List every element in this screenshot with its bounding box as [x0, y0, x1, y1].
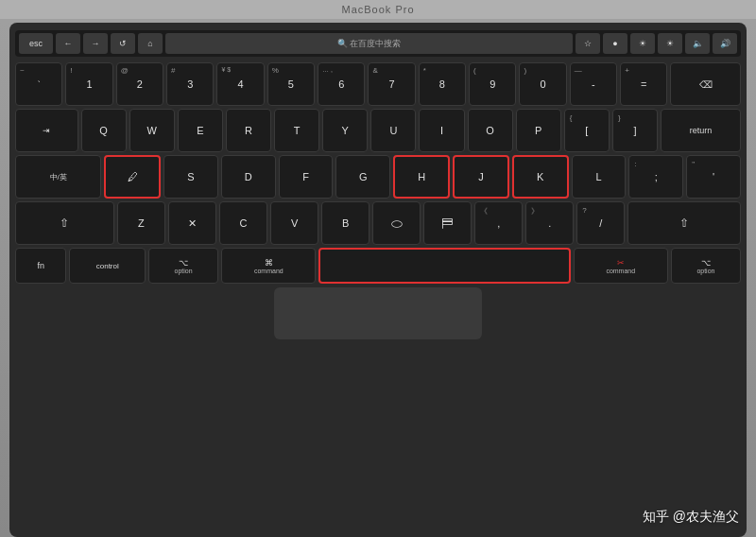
key-h[interactable]: H [393, 155, 450, 199]
key-0[interactable]: )0 [519, 62, 566, 106]
key-6[interactable]: … ,6 [318, 62, 365, 106]
key-b[interactable]: B [321, 201, 369, 245]
key-i[interactable]: I [419, 109, 464, 152]
key-option-left[interactable]: ⌥ option [148, 248, 218, 284]
tb-refresh[interactable]: ↺ [111, 33, 135, 54]
key-return[interactable]: return [661, 109, 741, 152]
key-3[interactable]: #3 [166, 62, 214, 106]
esc-key[interactable]: esc [19, 33, 53, 54]
key-p[interactable]: P [516, 109, 561, 152]
key-1[interactable]: !1 [65, 62, 112, 106]
key-comma[interactable]: 《, [474, 201, 523, 245]
trackpad[interactable] [274, 287, 482, 339]
key-q[interactable]: Q [81, 109, 127, 152]
key-x[interactable]: ✕ [168, 201, 216, 245]
key-4[interactable]: ¥ $4 [216, 62, 264, 106]
key-shift-right[interactable]: ⇧ [627, 201, 741, 245]
tb-back[interactable]: ← [56, 33, 80, 54]
key-c[interactable]: C [219, 201, 267, 245]
key-z[interactable]: Z [117, 201, 165, 245]
key-l[interactable]: L [572, 155, 627, 199]
key-m[interactable]: ⛿ [423, 201, 472, 245]
tb-vol-up[interactable]: 🔊 [713, 33, 737, 54]
key-space[interactable] [318, 248, 570, 284]
key-9[interactable]: (9 [469, 62, 516, 106]
tb-circle[interactable]: ● [603, 33, 627, 54]
key-d[interactable]: D [221, 155, 276, 199]
qwerty-row: ⇥ Q W E R T Y U I O P {[ }] return [15, 109, 741, 152]
key-n[interactable]: ⬭ [372, 201, 421, 245]
key-quote[interactable]: "' [686, 155, 741, 199]
key-tilde[interactable]: ~` [15, 62, 62, 106]
key-caps[interactable]: 中/英 [15, 155, 101, 199]
tb-home[interactable]: ⌂ [138, 33, 163, 54]
key-o[interactable]: O [468, 109, 513, 152]
key-u[interactable]: U [370, 109, 416, 152]
key-5[interactable]: %5 [267, 62, 315, 106]
key-k[interactable]: K [512, 155, 569, 199]
key-backspace[interactable]: ⌫ [670, 62, 741, 106]
key-tab[interactable]: ⇥ [15, 109, 78, 152]
key-r[interactable]: R [226, 109, 271, 152]
key-g[interactable]: G [335, 155, 390, 199]
key-8[interactable]: *8 [419, 62, 466, 106]
brand-label: MacBook Pro [341, 4, 414, 15]
key-slash[interactable]: ?/ [576, 201, 625, 245]
key-command-left[interactable]: ⌘ command [221, 248, 316, 284]
key-semicolon[interactable]: :; [628, 155, 683, 199]
bottom-row: fn control ⌥ option ⌘ command ✂ command … [15, 248, 741, 284]
key-w[interactable]: W [129, 109, 175, 152]
key-e[interactable]: E [178, 109, 223, 152]
key-shift-left[interactable]: ⇧ [15, 201, 114, 245]
tb-brightness2[interactable]: ☀ [658, 33, 682, 54]
key-lbracket[interactable]: {[ [564, 109, 610, 152]
key-period[interactable]: 》. [525, 201, 574, 245]
key-f[interactable]: F [279, 155, 334, 199]
key-minus[interactable]: —- [570, 62, 617, 106]
key-j[interactable]: J [453, 155, 509, 199]
watermark: 知乎 @农夫渔父 [643, 509, 739, 526]
keyboard-area: esc ← → ↺ ⌂ 🔍 在百度中搜索 ☆ ● ☀ ☀ 🔈 🔊 ~` !1 @… [9, 23, 747, 537]
tb-vol-down[interactable]: 🔈 [685, 33, 710, 54]
asdf-row: 中/英 🖊 S D F G H J K L :; "' [15, 155, 741, 199]
key-7[interactable]: &7 [368, 62, 415, 106]
number-row: ~` !1 @2 #3 ¥ $4 %5 … ,6 &7 *8 (9 )0 —- … [15, 62, 741, 106]
tb-brightness[interactable]: ☀ [630, 33, 655, 54]
key-y[interactable]: Y [322, 109, 368, 152]
key-option-right[interactable]: ⌥ option [671, 248, 741, 284]
key-t[interactable]: T [274, 109, 319, 152]
zxcv-row: ⇧ Z ✕ C V B ⬭ ⛿ 《, 》. ?/ ⇧ [15, 201, 741, 245]
tb-star[interactable]: ☆ [576, 33, 600, 54]
tb-search[interactable]: 🔍 在百度中搜索 [165, 33, 573, 54]
key-2[interactable]: @2 [116, 62, 163, 106]
key-command-right[interactable]: ✂ command [574, 248, 668, 284]
touch-bar: esc ← → ↺ ⌂ 🔍 在百度中搜索 ☆ ● ☀ ☀ 🔈 🔊 [15, 30, 741, 57]
key-s[interactable]: S [163, 155, 218, 199]
key-a[interactable]: 🖊 [104, 155, 161, 199]
top-bar: MacBook Pro [0, 0, 756, 19]
key-fn[interactable]: fn [15, 248, 66, 284]
key-control[interactable]: control [69, 248, 146, 284]
key-v[interactable]: V [270, 201, 318, 245]
laptop-body: MacBook Pro esc ← → ↺ ⌂ 🔍 在百度中搜索 ☆ ● ☀ ☀… [0, 0, 756, 537]
tb-forward[interactable]: → [83, 33, 108, 54]
key-rbracket[interactable]: }] [612, 109, 658, 152]
key-equals[interactable]: += [620, 62, 667, 106]
